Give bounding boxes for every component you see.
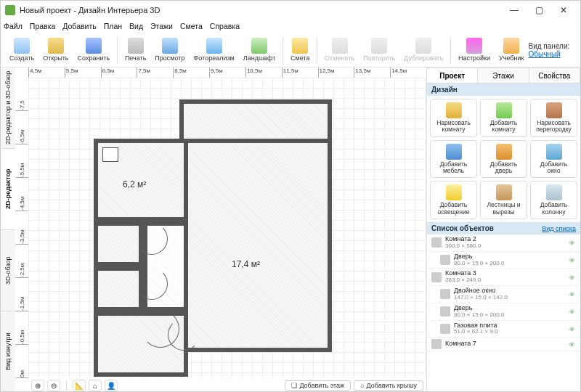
add-roof-button[interactable]: ⌂ Добавить крышу	[354, 380, 423, 391]
home-button[interactable]: ⌂	[89, 380, 102, 391]
object-icon	[440, 324, 450, 334]
design-icon	[446, 184, 462, 200]
objectlist-view-link[interactable]: Вид списка	[542, 225, 576, 232]
room-area-label: 17,4 м²	[232, 259, 260, 269]
canvas[interactable]: 6,2 м² 17,4 м²	[28, 78, 426, 378]
toolbar-icon	[503, 38, 519, 54]
menu-item[interactable]: План	[104, 22, 122, 30]
add-floor-button[interactable]: ❏ Добавить этаж	[285, 380, 351, 391]
right-tab[interactable]: Свойства	[529, 68, 580, 83]
right-tab[interactable]: Проект	[427, 68, 478, 83]
toolbar-icon	[48, 38, 64, 54]
visibility-icon[interactable]: 👁	[569, 257, 576, 263]
room-2[interactable]	[184, 139, 332, 352]
toolbar-icon	[128, 38, 144, 54]
design-icon	[496, 144, 512, 160]
design-grid: НарисоватькомнатуДобавитькомнатуНарисова…	[427, 96, 580, 222]
ruler-horizontal: 4,5м5,5м6,5м7,5м8,5м9,5м10,5м11,5м12,5м1…	[28, 68, 426, 78]
sidetab[interactable]: Вид изнутри	[1, 311, 15, 392]
object-list: Комната 2300.0 × 580.0👁Дверь80.0 × 15.0 …	[427, 234, 580, 392]
visibility-icon[interactable]: 👁	[569, 240, 576, 245]
door-arc	[168, 319, 200, 351]
menubar: ФайлПравкаДобавитьПланВидЭтажиСметаСправ…	[1, 20, 580, 33]
toolbar-icon	[206, 38, 222, 54]
visibility-icon[interactable]: 👁	[569, 326, 576, 332]
list-item[interactable]: Газовая плита51.0 × 62.1 × 9.0👁	[427, 321, 580, 338]
panel-mode-link[interactable]: Обычный	[528, 50, 560, 58]
menu-item[interactable]: Правка	[30, 22, 55, 30]
design-icon	[496, 102, 512, 118]
titlebar: Новый проект - Дизайн Интерьера 3D — ▢ ✕	[1, 1, 580, 20]
sidetab[interactable]: 2D-редактор	[1, 149, 15, 230]
toolbar-icon	[466, 38, 482, 54]
visibility-icon[interactable]: 👁	[569, 341, 576, 347]
toolbar-button[interactable]: Смета	[286, 36, 314, 63]
room-wc2[interactable]	[94, 266, 143, 311]
room-wc1[interactable]	[94, 221, 143, 266]
list-item[interactable]: Комната 2300.0 × 580.0👁	[427, 234, 580, 252]
object-icon	[431, 237, 442, 248]
toolbar-button[interactable]: Создать	[5, 36, 38, 63]
list-item[interactable]: Дверь80.0 × 15.0 × 200.0👁	[427, 303, 580, 321]
toolbar-button[interactable]: Настройки	[454, 36, 495, 63]
toolbar-button[interactable]: Ландшафт	[239, 36, 280, 63]
toolbar-button[interactable]: Учебник	[495, 36, 528, 63]
visibility-icon[interactable]: 👁	[569, 274, 576, 280]
canvas-toolbar: ⊕ ⊖ 📐 ⌂ 👤 ❏ Добавить этаж ⌂ Добавить кры…	[28, 378, 426, 392]
design-icon	[546, 184, 562, 200]
object-icon	[431, 339, 442, 349]
list-item[interactable]: Дверь80.0 × 15.0 × 200.0👁	[427, 252, 580, 269]
zoom-in-button[interactable]: ⊕	[31, 380, 44, 391]
design-button[interactable]: Лестницы ивырезы	[480, 181, 527, 219]
panel-mode-label: Вид панели: Обычный	[528, 42, 576, 58]
menu-item[interactable]: Вид	[129, 22, 143, 30]
menu-item[interactable]: Смета	[180, 22, 203, 30]
design-icon	[446, 144, 462, 160]
room-balcony[interactable]	[179, 99, 332, 139]
sidetabs: 2D-редактор и 3D-обзор2D-редактор3D-обзо…	[1, 68, 15, 392]
door-arc	[136, 223, 168, 255]
toolbar-button[interactable]: Сохранить	[73, 36, 115, 63]
design-button[interactable]: Добавитьосвещение	[430, 181, 477, 219]
toolbar-button[interactable]: Фотореализм	[189, 36, 238, 63]
measure-button[interactable]: 📐	[73, 380, 86, 391]
toolbar-button[interactable]: Печать	[121, 36, 150, 63]
app-icon	[5, 5, 15, 15]
design-button[interactable]: Добавитьокно	[530, 140, 577, 179]
design-header: Дизайн	[427, 83, 580, 96]
list-item[interactable]: Комната 7👁	[427, 338, 580, 351]
visibility-icon[interactable]: 👁	[569, 291, 576, 297]
right-panel: ПроектЭтажиСвойства Дизайн Нарисоватьком…	[426, 68, 580, 392]
design-button[interactable]: Нарисоватьперегородку	[530, 99, 577, 137]
window-title: Новый проект - Дизайн Интерьера 3D	[20, 6, 160, 15]
design-button[interactable]: Добавитькомнату	[480, 99, 527, 137]
design-button[interactable]: Добавитьколонну	[530, 181, 577, 219]
design-button[interactable]: Добавитьмебель	[430, 140, 477, 179]
menu-item[interactable]: Добавить	[62, 22, 96, 30]
minimize-button[interactable]: —	[502, 2, 527, 18]
toolbar-icon	[251, 38, 267, 54]
toolbar-button: Отменить	[320, 36, 359, 63]
close-button[interactable]: ✕	[551, 2, 576, 18]
menu-item[interactable]: Этажи	[150, 22, 173, 30]
visibility-icon[interactable]: 👁	[569, 309, 576, 314]
sidetab[interactable]: 3D-обзор	[1, 230, 15, 311]
toolbar-button[interactable]: Открыть	[38, 36, 73, 63]
toolbar-button[interactable]: Просмотр	[150, 36, 189, 63]
list-item[interactable]: Двойное окно147.0 × 15.0 × 142.0👁	[427, 286, 580, 303]
sidetab[interactable]: 2D-редактор и 3D-обзор	[1, 68, 15, 149]
walk-button[interactable]: 👤	[105, 380, 118, 391]
design-icon	[546, 144, 562, 160]
maximize-button[interactable]: ▢	[527, 2, 551, 18]
menu-item[interactable]: Справка	[210, 22, 240, 30]
right-tabs: ПроектЭтажиСвойства	[427, 68, 580, 83]
zoom-out-button[interactable]: ⊖	[47, 380, 60, 391]
room-area-label: 6,2 м²	[123, 179, 146, 189]
design-button[interactable]: Добавитьдверь	[480, 140, 527, 179]
list-item[interactable]: Комната 3283.0 × 249.0👁	[427, 269, 580, 286]
design-button[interactable]: Нарисоватькомнату	[430, 99, 477, 137]
right-tab[interactable]: Этажи	[478, 68, 529, 83]
menu-item[interactable]: Файл	[4, 22, 23, 30]
ruler-vertical: -7,5-6,5м-5,5м-4,5м-3,5м-2,5м-1,5м-0,5м0…	[15, 78, 28, 378]
object-icon	[440, 255, 450, 265]
